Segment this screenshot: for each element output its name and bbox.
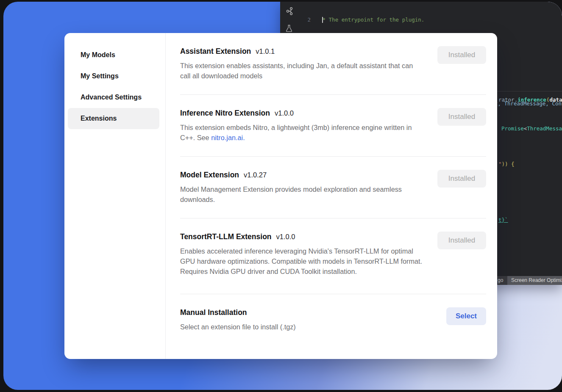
sidebar-item-extensions[interactable]: Extensions — [68, 108, 159, 129]
installed-button[interactable]: Installed — [437, 46, 486, 64]
extension-version: v1.0.27 — [244, 171, 267, 179]
settings-modal: My Models My Settings Advanced Settings … — [64, 33, 497, 359]
extension-version: v1.0.0 — [276, 233, 295, 240]
text-cursor — [322, 17, 323, 23]
extension-description: This extension embeds Nitro, a lightweig… — [180, 122, 425, 143]
manual-installation-row: Manual Installation Select an extension … — [180, 294, 486, 345]
select-file-button[interactable]: Select — [446, 307, 486, 325]
code-fragment: t}` — [498, 217, 508, 223]
source-control-icon — [285, 6, 294, 17]
extension-row-inference-nitro: Inference Nitro Extensionv1.0.0 This ext… — [180, 95, 486, 157]
extension-version: v1.0.1 — [256, 47, 275, 55]
installed-button[interactable]: Installed — [437, 232, 486, 249]
extension-description: This extension enables assistants, inclu… — [180, 61, 425, 81]
sidebar-item-my-models[interactable]: My Models — [68, 44, 159, 66]
installed-button[interactable]: Installed — [437, 170, 486, 188]
installed-button[interactable]: Installed — [437, 108, 486, 126]
code-line: 2 * The entrypoint for the plugin. — [299, 17, 562, 24]
code-fragment: Promise<ThreadMessage> — [501, 125, 562, 132]
status-item: go — [498, 277, 503, 283]
extension-version: v1.0.0 — [275, 109, 294, 117]
code-fragment: rator.inference(data)); — [498, 97, 562, 103]
extension-description: Model Management Extension provides mode… — [180, 184, 425, 204]
screen-reader-status-item: Screen Reader Optimiz — [507, 276, 562, 285]
settings-sidebar: My Models My Settings Advanced Settings … — [64, 33, 165, 359]
line-number: 2 — [299, 17, 311, 24]
extension-row-model: Model Extensionv1.0.27 Model Management … — [180, 157, 486, 218]
extension-row-tensorrt-llm: TensortRT-LLM Extensionv1.0.0 Enables ac… — [180, 218, 486, 294]
desktop-background: 2 * The entrypoint for the plugin. 3 */ … — [0, 0, 562, 392]
extensions-list: Assistant Extensionv1.0.1 This extension… — [166, 33, 497, 359]
nitro-jan-ai-link[interactable]: nitro.jan.ai. — [211, 134, 245, 141]
sidebar-item-my-settings[interactable]: My Settings — [68, 66, 159, 87]
code-text: * The entrypoint for the plugin. — [319, 17, 424, 24]
hero-gradient-background: 2 * The entrypoint for the plugin. 3 */ … — [3, 2, 562, 390]
sidebar-item-advanced-settings[interactable]: Advanced Settings — [68, 87, 159, 108]
extension-row-assistant: Assistant Extensionv1.0.1 This extension… — [180, 33, 486, 95]
extension-description: Select an extension file to install (.tg… — [180, 322, 425, 332]
code-fragment: ")) { — [498, 161, 515, 167]
extension-description: Enables accelerated inference leveraging… — [180, 246, 425, 276]
sidebar-divider — [165, 33, 166, 359]
extension-title: Manual Installation — [180, 308, 486, 317]
